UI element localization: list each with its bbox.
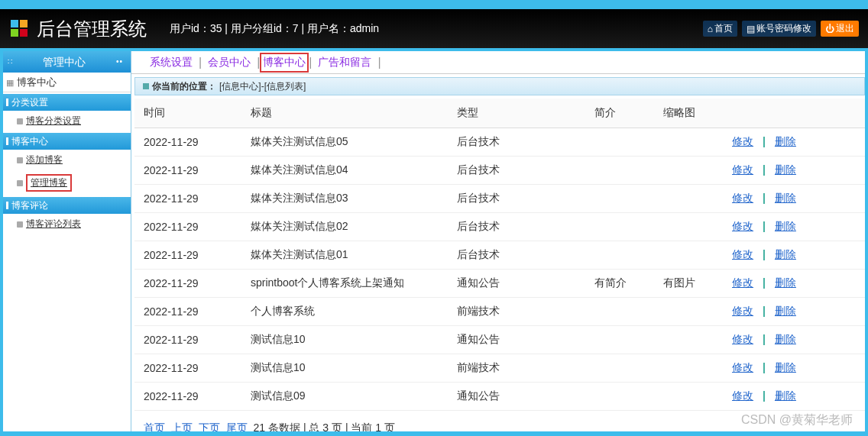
col-header [723,99,865,128]
edit-link[interactable]: 修改 [732,361,753,373]
cell-type: 通知公告 [448,326,585,354]
edit-link[interactable]: 修改 [732,305,753,317]
col-header: 类型 [448,99,585,128]
cell-time: 2022-11-29 [134,157,241,185]
cell-ops: 修改|删除 [723,326,865,354]
nav-item[interactable]: 系统设置 [144,56,199,69]
sidebar-header: ∷ 管理中心 •• [0,51,131,73]
sidebar-item[interactable]: 管理博客 [0,170,131,195]
delete-link[interactable]: 删除 [775,276,796,289]
dots-icon: ∷ [8,51,13,73]
sidebar-link[interactable]: 博客评论列表 [26,218,81,231]
delete-link[interactable]: 删除 [775,361,796,373]
cell-type: 后台技术 [448,128,585,157]
cell-title: 测试信息10 [241,354,448,383]
top-nav: 系统设置 | 会员中心 | 博客中心 | 广告和留言 | [131,51,868,74]
table-row: 2022-11-29测试信息10通知公告修改|删除 [134,326,865,354]
cell-intro [585,157,654,185]
square-icon [17,221,23,228]
delete-link[interactable]: 删除 [775,248,796,260]
cell-title: 媒体关注测试信息03 [241,185,448,213]
bar-icon [6,202,8,209]
home-button[interactable]: ⌂首页 [703,21,737,37]
cell-thumb [654,185,723,213]
app-header: 后台管理系统 用户id：35 | 用户分组id：7 | 用户名：admin ⌂首… [0,0,868,48]
delete-link[interactable]: 删除 [775,220,796,232]
delete-link[interactable]: 删除 [775,305,796,317]
cell-thumb [654,326,723,354]
sidebar-tree-root[interactable]: ▦ 博客中心 [0,73,131,92]
table-row: 2022-11-29媒体关注测试信息05后台技术修改|删除 [134,128,865,157]
cell-intro [585,185,654,213]
cell-intro [585,213,654,241]
sidebar-item[interactable]: 博客评论列表 [0,214,131,234]
table-row: 2022-11-29测试信息10前端技术修改|删除 [134,354,865,383]
vbar: | [763,305,766,317]
edit-link[interactable]: 修改 [732,276,753,289]
cell-thumb [654,157,723,185]
sidebar-section-header[interactable]: 博客评论 [0,197,131,214]
cell-time: 2022-11-29 [134,326,241,354]
user-info: 用户id：35 | 用户分组id：7 | 用户名：admin [170,22,379,36]
cell-time: 2022-11-29 [134,185,241,213]
table-row: 2022-11-29个人博客系统前端技术修改|删除 [134,298,865,326]
cell-intro [585,241,654,270]
sidebar-section-header[interactable]: 博客中心 [0,133,131,150]
sidebar-item[interactable]: 添加博客 [0,150,131,170]
cell-ops: 修改|删除 [723,270,865,298]
sidebar-section-header[interactable]: 分类设置 [0,94,131,111]
edit-link[interactable]: 修改 [732,248,753,260]
edit-link[interactable]: 修改 [732,220,753,232]
vbar: | [763,163,766,176]
col-header: 时间 [134,99,241,128]
delete-link[interactable]: 删除 [775,389,796,402]
vbar: | [763,389,766,402]
edit-link[interactable]: 修改 [732,135,753,147]
sidebar-link[interactable]: 添加博客 [26,153,63,166]
nav-item[interactable]: 广告和留言 [312,56,377,69]
crumb-prefix: 你当前的位置： [152,77,216,95]
edit-link[interactable]: 修改 [732,333,753,345]
bar-icon [6,137,8,145]
sidebar-item[interactable]: 博客分类设置 [0,111,131,131]
delete-link[interactable]: 删除 [775,333,796,345]
power-icon: ⏻ [825,24,834,34]
edit-link[interactable]: 修改 [732,389,753,402]
delete-link[interactable]: 删除 [775,163,796,176]
exit-button[interactable]: ⏻退出 [821,21,859,37]
cell-ops: 修改|删除 [723,128,865,157]
svg-rect-3 [20,29,28,37]
sidebar-link[interactable]: 博客分类设置 [26,115,81,128]
cell-time: 2022-11-29 [134,128,241,157]
home-icon: ⌂ [708,24,713,34]
pwd-button[interactable]: ▤账号密码修改 [742,21,816,37]
edit-link[interactable]: 修改 [732,192,753,204]
delete-link[interactable]: 删除 [775,135,796,147]
tree-root-label: 博客中心 [17,73,57,92]
cell-time: 2022-11-29 [134,354,241,383]
cell-intro [585,298,654,326]
cell-thumb [654,354,723,383]
vbar: | [763,220,766,232]
cell-title: 测试信息10 [241,326,448,354]
cell-thumb [654,298,723,326]
window-left-rail [0,9,3,436]
list-icon: ▤ [747,24,755,34]
vbar: | [763,361,766,373]
nav-item[interactable]: 会员中心 [202,56,257,69]
edit-link[interactable]: 修改 [732,163,753,176]
sidebar-link[interactable]: 管理博客 [26,174,72,192]
cell-ops: 修改|删除 [723,383,865,411]
cell-ops: 修改|删除 [723,185,865,213]
cell-thumb: 有图片 [654,270,723,298]
cell-title: 媒体关注测试信息01 [241,241,448,270]
cell-title: sprintboot个人博客系统上架通知 [241,270,448,298]
crumb-path: [信息中心]-[信息列表] [219,77,306,95]
delete-link[interactable]: 删除 [775,192,796,204]
nav-item[interactable]: 博客中心 [260,53,309,73]
cell-intro [585,326,654,354]
table-row: 2022-11-29测试信息09通知公告修改|删除 [134,383,865,411]
cell-ops: 修改|删除 [723,241,865,270]
watermark: CSDN @黄菊华老师 [741,412,853,428]
breadcrumb: 你当前的位置： [信息中心]-[信息列表] [134,77,865,95]
